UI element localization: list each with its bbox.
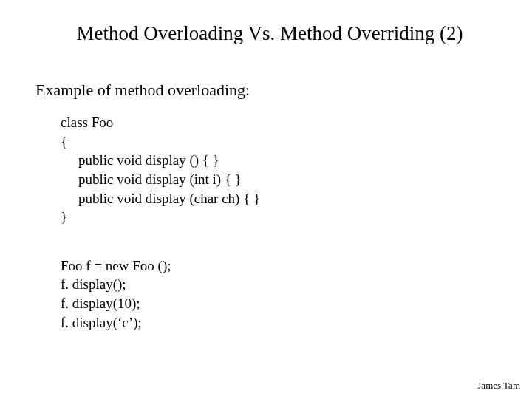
class-definition-block: class Foo { public void display () { } p… bbox=[61, 113, 497, 227]
code-line: public void display () { } bbox=[78, 151, 497, 170]
code-line: public void display (int i) { } bbox=[78, 170, 497, 189]
footer-author: James Tam bbox=[477, 380, 520, 392]
code-line: f. display(10); bbox=[61, 294, 497, 313]
code-line: public void display (char ch) { } bbox=[78, 189, 497, 208]
code-line: class Foo bbox=[61, 113, 497, 132]
code-line: f. display(); bbox=[61, 275, 497, 294]
code-line: f. display(‘c’); bbox=[61, 313, 497, 332]
example-subtitle: Example of method overloading: bbox=[35, 81, 497, 100]
code-line: { bbox=[61, 132, 497, 151]
code-line: Foo f = new Foo (); bbox=[61, 256, 497, 276]
usage-block: Foo f = new Foo (); f. display(); f. dis… bbox=[61, 256, 497, 332]
slide: Method Overloading Vs. Method Overriding… bbox=[0, 0, 532, 399]
code-line: } bbox=[61, 208, 497, 227]
slide-title: Method Overloading Vs. Method Overriding… bbox=[58, 22, 482, 45]
